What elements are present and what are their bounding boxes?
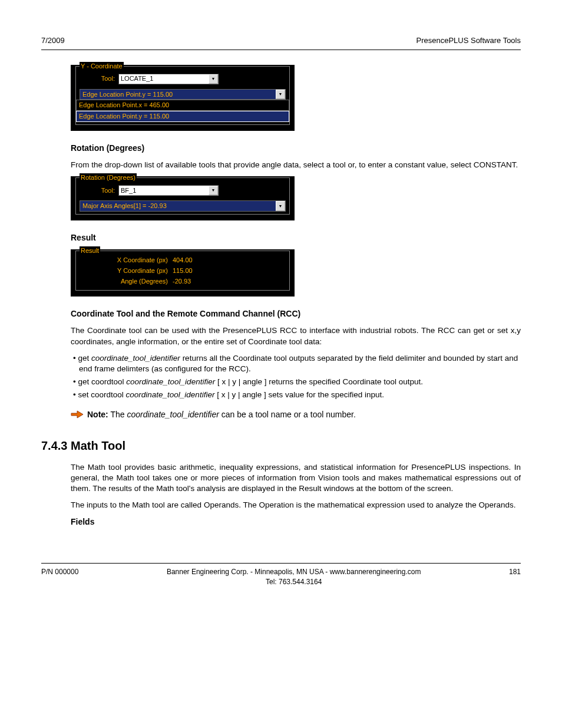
footer-company: Banner Engineering Corp. - Minneapolis, … bbox=[78, 567, 509, 577]
y-coord-legend: Y - Coordinate bbox=[80, 62, 124, 71]
list-item: get coordinate_tool_identifier returns a… bbox=[73, 353, 521, 374]
result-value: 115.00 bbox=[173, 266, 208, 275]
header-date: 7/2009 bbox=[41, 35, 65, 46]
chevron-down-icon: ▼ bbox=[209, 74, 218, 84]
rcc-bullet-list: get coordinate_tool_identifier returns a… bbox=[73, 353, 521, 401]
result-label: X Coordinate (px) bbox=[97, 256, 168, 265]
fields-heading: Fields bbox=[71, 516, 521, 528]
rotation-tool-dropdown[interactable]: BF_1 ▼ bbox=[118, 185, 219, 196]
chevron-down-icon: ▼ bbox=[276, 90, 285, 100]
rotation-selected-value: Major Axis Angles[1] = -20.93 bbox=[80, 201, 276, 211]
option-row-selected[interactable]: Edge Location Point.y = 115.00 bbox=[76, 111, 289, 122]
rcc-intro: The Coordinate tool can be used with the… bbox=[71, 325, 521, 347]
footer-page-number: 181 bbox=[509, 567, 521, 577]
y-tool-value: LOCATE_1 bbox=[121, 74, 153, 83]
list-item: set coordtool coordinate_tool_identifier… bbox=[73, 390, 521, 400]
y-selected-value: Edge Location Point.y = 115.00 bbox=[80, 90, 276, 100]
result-panel: Result X Coordinate (px) 404.00 Y Coordi… bbox=[71, 249, 295, 297]
page-header: 7/2009 PresencePLUS Software Tools bbox=[41, 35, 521, 50]
page-footer: P/N 000000 Banner Engineering Corp. - Mi… bbox=[41, 563, 521, 586]
list-item: get coordtool coordinate_tool_identifier… bbox=[73, 377, 521, 387]
rotation-tool-value: BF_1 bbox=[121, 186, 136, 195]
option-row[interactable]: Edge Location Point.x = 465.00 bbox=[76, 100, 289, 111]
rotation-legend: Rotation (Degrees) bbox=[80, 173, 137, 182]
tool-label: Tool: bbox=[97, 186, 115, 195]
y-tool-dropdown[interactable]: LOCATE_1 ▼ bbox=[118, 74, 219, 84]
chevron-down-icon: ▼ bbox=[209, 186, 218, 195]
footer-pn: P/N 000000 bbox=[41, 567, 78, 577]
result-heading: Result bbox=[71, 232, 521, 243]
result-legend: Result bbox=[80, 246, 100, 255]
math-p1: The Math tool provides basic arithmetic,… bbox=[71, 462, 521, 495]
pointing-hand-icon bbox=[71, 410, 82, 419]
tool-label: Tool: bbox=[97, 74, 115, 83]
result-value: -20.93 bbox=[173, 277, 208, 286]
result-label: Y Coordinate (px) bbox=[97, 266, 168, 275]
y-coordinate-panel: Y - Coordinate Tool: LOCATE_1 ▼ Edge Loc… bbox=[71, 65, 295, 131]
footer-tel: Tel: 763.544.3164 bbox=[78, 577, 509, 587]
header-title: PresencePLUS Software Tools bbox=[416, 35, 521, 46]
math-p2: The inputs to the Math tool are called O… bbox=[71, 500, 521, 510]
rotation-value-dropdown[interactable]: Major Axis Angles[1] = -20.93 ▼ bbox=[80, 200, 286, 212]
math-tool-heading: 7.4.3 Math Tool bbox=[41, 438, 521, 454]
rcc-heading: Coordinate Tool and the Remote Command C… bbox=[71, 308, 521, 319]
rotation-panel: Rotation (Degrees) Tool: BF_1 ▼ Major Ax… bbox=[71, 176, 295, 220]
result-value: 404.00 bbox=[173, 256, 208, 265]
note-block: Note: The coordinate_tool_identifier can… bbox=[71, 409, 521, 420]
chevron-down-icon: ▼ bbox=[276, 201, 285, 211]
rotation-heading: Rotation (Degrees) bbox=[71, 143, 521, 154]
note-text: Note: The coordinate_tool_identifier can… bbox=[87, 409, 356, 420]
rotation-description: From the drop-down list of available too… bbox=[71, 160, 521, 170]
result-label: Angle (Degrees) bbox=[97, 277, 168, 286]
y-value-dropdown[interactable]: Edge Location Point.y = 115.00 ▼ bbox=[80, 89, 286, 100]
